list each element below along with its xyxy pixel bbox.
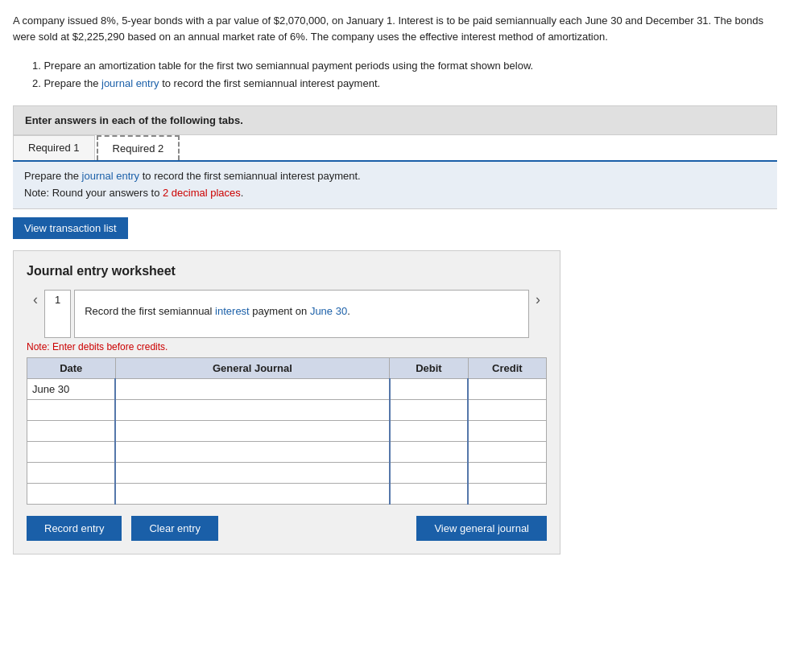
input-gj-2[interactable] <box>121 425 384 437</box>
cell-credit-5[interactable] <box>468 483 546 504</box>
journal-entry-worksheet: Journal entry worksheet ‹ 1 Record the f… <box>13 250 560 555</box>
table-row: June 30 <box>27 378 547 399</box>
record-entry-button[interactable]: Record entry <box>27 516 122 541</box>
worksheet-title: Journal entry worksheet <box>27 264 547 278</box>
view-general-journal-button[interactable]: View general journal <box>416 516 547 541</box>
input-credit-1[interactable] <box>474 404 541 416</box>
tabs-row: Required 1 Required 2 <box>13 135 777 162</box>
cell-credit-3[interactable] <box>468 441 546 462</box>
cell-date-2 <box>27 420 116 441</box>
cell-date-1 <box>27 399 116 420</box>
cell-debit-5[interactable] <box>390 483 468 504</box>
input-debit-3[interactable] <box>395 446 462 458</box>
input-debit-0[interactable] <box>395 383 462 395</box>
page-number: 1 <box>44 290 71 338</box>
cell-credit-1[interactable] <box>468 399 546 420</box>
nav-desc-row: ‹ 1 Record the first semiannual interest… <box>27 290 547 338</box>
input-debit-4[interactable] <box>395 467 462 479</box>
cell-credit-0[interactable] <box>468 378 546 399</box>
buttons-row: Record entry Clear entry View general jo… <box>27 516 547 541</box>
entry-description: Record the first semiannual interest pay… <box>74 290 529 338</box>
note-bar: Prepare the journal entry to record the … <box>13 162 777 209</box>
table-row <box>27 420 547 441</box>
cell-debit-0[interactable] <box>390 378 468 399</box>
input-credit-4[interactable] <box>474 467 541 479</box>
cell-gj-3[interactable] <box>115 441 390 462</box>
next-page-arrow[interactable]: › <box>529 290 547 338</box>
cell-date-3 <box>27 441 116 462</box>
journal-table: Date General Journal Debit Credit June 3… <box>27 357 547 505</box>
task2-text: 2. Prepare the journal entry to record t… <box>32 75 777 93</box>
cell-debit-2[interactable] <box>390 420 468 441</box>
cell-date-4 <box>27 462 116 483</box>
col-header-debit: Debit <box>390 357 468 378</box>
entry-note: Note: Enter debits before credits. <box>27 341 547 352</box>
view-transaction-button[interactable]: View transaction list <box>13 217 128 239</box>
cell-gj-4[interactable] <box>115 462 390 483</box>
table-row <box>27 462 547 483</box>
cell-credit-4[interactable] <box>468 462 546 483</box>
input-gj-0[interactable] <box>121 383 384 395</box>
input-debit-1[interactable] <box>395 404 462 416</box>
cell-gj-1[interactable] <box>115 399 390 420</box>
cell-credit-2[interactable] <box>468 420 546 441</box>
input-debit-5[interactable] <box>395 488 462 500</box>
col-header-credit: Credit <box>468 357 546 378</box>
cell-date-0: June 30 <box>27 378 116 399</box>
input-gj-3[interactable] <box>121 446 384 458</box>
input-credit-0[interactable] <box>474 383 541 395</box>
col-header-gj: General Journal <box>115 357 390 378</box>
tab-required2[interactable]: Required 2 <box>97 135 180 160</box>
input-gj-4[interactable] <box>121 467 384 479</box>
cell-debit-3[interactable] <box>390 441 468 462</box>
prev-page-arrow[interactable]: ‹ <box>27 290 44 338</box>
tab-required1[interactable]: Required 1 <box>13 135 95 160</box>
input-credit-3[interactable] <box>474 446 541 458</box>
cell-gj-0[interactable] <box>115 378 390 399</box>
intro-text: A company issued 8%, 5-year bonds with a… <box>13 13 777 44</box>
input-credit-2[interactable] <box>474 425 541 437</box>
input-credit-5[interactable] <box>474 488 541 500</box>
col-header-date: Date <box>27 357 116 378</box>
input-gj-1[interactable] <box>121 404 384 416</box>
table-row <box>27 483 547 504</box>
clear-entry-button[interactable]: Clear entry <box>131 516 218 541</box>
cell-gj-2[interactable] <box>115 420 390 441</box>
table-row <box>27 441 547 462</box>
cell-debit-4[interactable] <box>390 462 468 483</box>
cell-gj-5[interactable] <box>115 483 390 504</box>
cell-date-5 <box>27 483 116 504</box>
input-debit-2[interactable] <box>395 425 462 437</box>
cell-debit-1[interactable] <box>390 399 468 420</box>
input-gj-5[interactable] <box>121 488 384 500</box>
task1-text: 1. Prepare an amortization table for the… <box>32 57 777 75</box>
table-row <box>27 399 547 420</box>
instruction-bar: Enter answers in each of the following t… <box>13 105 777 135</box>
tasks: 1. Prepare an amortization table for the… <box>32 57 777 93</box>
